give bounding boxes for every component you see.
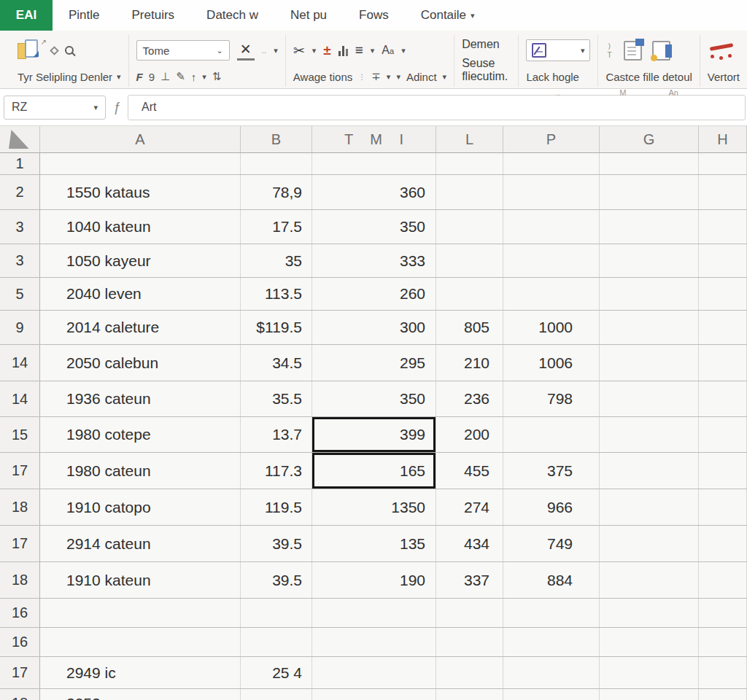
cell-T-3[interactable]: 350: [312, 210, 436, 244]
cell-H-5[interactable]: [699, 278, 747, 310]
styles-line2[interactable]: Seuse fliecutim.: [462, 57, 511, 83]
menu-item-pretuirs[interactable]: Pretuirs: [116, 0, 191, 31]
cell-B-3[interactable]: 17.5: [241, 210, 312, 244]
column-header-B[interactable]: B: [241, 126, 312, 152]
cell-B-16[interactable]: [241, 599, 312, 627]
cell-T-18[interactable]: 1350: [312, 489, 436, 525]
cell-T-1[interactable]: [312, 153, 436, 174]
align-lines-icon[interactable]: ≡: [355, 42, 363, 58]
column-header-A[interactable]: A: [40, 126, 241, 152]
cell-H-16[interactable]: [699, 628, 747, 656]
cell-G-16[interactable]: [600, 628, 699, 656]
cell-L-14[interactable]: 236: [436, 381, 503, 416]
cell-A-18[interactable]: 1910 kateun: [40, 562, 241, 598]
cell-T-17[interactable]: 135: [312, 526, 436, 561]
cell-A-3[interactable]: 1040 kateun: [40, 210, 241, 244]
menu-item-fows[interactable]: Fows: [343, 0, 405, 31]
font-size-icon[interactable]: Aa: [382, 44, 394, 57]
cell-L-18[interactable]: 274: [436, 489, 503, 525]
cell-L-1[interactable]: [436, 153, 503, 174]
adinct-button[interactable]: Adinct: [406, 71, 437, 83]
refresh-icon[interactable]: [50, 46, 59, 55]
row-header[interactable]: 18: [0, 689, 40, 700]
cell-P-18[interactable]: 884: [503, 562, 600, 598]
column-header-G[interactable]: G: [600, 126, 699, 152]
row-header[interactable]: 14: [0, 345, 40, 381]
sort-arrows-icon[interactable]: ⇅: [212, 70, 222, 83]
cell-L-16[interactable]: [436, 599, 503, 627]
cell-P-16[interactable]: [503, 599, 600, 627]
cell-T-5[interactable]: 260: [312, 278, 436, 310]
cell-P-3[interactable]: [503, 244, 600, 277]
cell-B-5[interactable]: 113.5: [241, 278, 312, 310]
cell-G-3[interactable]: [600, 210, 699, 244]
chart-icon[interactable]: [338, 45, 348, 56]
digit-nine-icon[interactable]: 9: [149, 71, 155, 83]
row-header[interactable]: 17: [0, 453, 40, 489]
cell-H-14[interactable]: [699, 345, 747, 381]
cell-A-17[interactable]: 1980 cateun: [40, 453, 241, 489]
cell-H-16[interactable]: [699, 599, 747, 627]
styles-line1[interactable]: Demen: [462, 38, 511, 51]
arrow-up-icon[interactable]: ↑: [191, 71, 197, 83]
menu-item-netpu[interactable]: Net pu: [274, 0, 343, 31]
column-header-P[interactable]: P: [503, 126, 600, 152]
cell-A-18[interactable]: 1910 catopo: [40, 489, 241, 525]
cell-T-17[interactable]: 165: [312, 453, 436, 489]
cell-G-17[interactable]: [600, 453, 699, 489]
cell-B-18[interactable]: 39.5: [241, 562, 312, 598]
select-all-corner[interactable]: [0, 126, 40, 152]
cell-P-5[interactable]: [503, 278, 600, 310]
cell-H-17[interactable]: [699, 453, 747, 489]
cell-G-16[interactable]: [600, 599, 699, 627]
cell-format-button[interactable]: ▾: [526, 39, 590, 61]
menu-item-datech[interactable]: Datech w: [190, 0, 274, 31]
row-header[interactable]: 18: [0, 562, 40, 598]
cell-A-15[interactable]: 1980 cotepe: [40, 417, 241, 452]
cell-P-18[interactable]: 966: [503, 489, 600, 525]
cell-H-9[interactable]: [699, 311, 747, 344]
cell-H-3[interactable]: [699, 244, 747, 277]
cell-T-16[interactable]: [312, 599, 436, 627]
cell-T-3[interactable]: 333: [312, 244, 436, 277]
chevron-down-icon[interactable]: ▾: [371, 46, 375, 55]
cell-G-2[interactable]: [600, 175, 699, 209]
cell-L-18[interactable]: [436, 689, 503, 700]
name-box[interactable]: RZ ▾: [4, 96, 106, 120]
cell-B-15[interactable]: 13.7: [241, 417, 312, 452]
italic-icon[interactable]: F: [136, 71, 143, 83]
cell-T-2[interactable]: 360: [312, 175, 436, 209]
row-header[interactable]: 5: [0, 278, 40, 310]
cell-H-17[interactable]: [699, 526, 747, 561]
row-header[interactable]: 3: [0, 244, 40, 277]
file-copy-icon[interactable]: [652, 41, 670, 61]
cell-G-18[interactable]: [600, 562, 699, 598]
cell-B-17[interactable]: 25 4: [241, 657, 312, 688]
cell-B-18[interactable]: [241, 689, 312, 700]
column-header-L[interactable]: L: [436, 126, 503, 152]
cell-H-18[interactable]: [699, 489, 747, 525]
cell-G-9[interactable]: [600, 311, 699, 344]
red-marker-icon[interactable]: ﹅: [708, 40, 735, 61]
cell-P-1[interactable]: [503, 153, 600, 174]
cell-H-17[interactable]: [699, 657, 747, 688]
cell-P-3[interactable]: [503, 210, 600, 244]
plus-minus-icon[interactable]: ±: [323, 42, 330, 58]
cell-L-15[interactable]: 200: [436, 417, 503, 452]
cell-A-2[interactable]: 1550 kataus: [40, 175, 241, 209]
cell-A-17[interactable]: 2914 cateun: [40, 526, 241, 561]
cell-B-17[interactable]: 39.5: [241, 526, 312, 561]
cell-A-3[interactable]: 1050 kayeur: [40, 244, 241, 277]
cell-B-9[interactable]: $119.5: [241, 311, 312, 344]
cell-H-18[interactable]: [699, 689, 747, 700]
cell-L-17[interactable]: 434: [436, 526, 503, 561]
row-header[interactable]: 1: [0, 153, 40, 174]
cell-T-9[interactable]: 300: [312, 311, 436, 344]
cell-G-14[interactable]: [600, 345, 699, 381]
cell-L-3[interactable]: [436, 244, 503, 277]
chevron-down-icon[interactable]: ▾: [312, 46, 317, 55]
cell-A-14[interactable]: 2050 calebun: [40, 345, 241, 381]
cell-B-17[interactable]: 117.3: [241, 453, 312, 489]
scissors-icon[interactable]: ✂: [293, 42, 305, 59]
cell-G-1[interactable]: [600, 153, 699, 174]
